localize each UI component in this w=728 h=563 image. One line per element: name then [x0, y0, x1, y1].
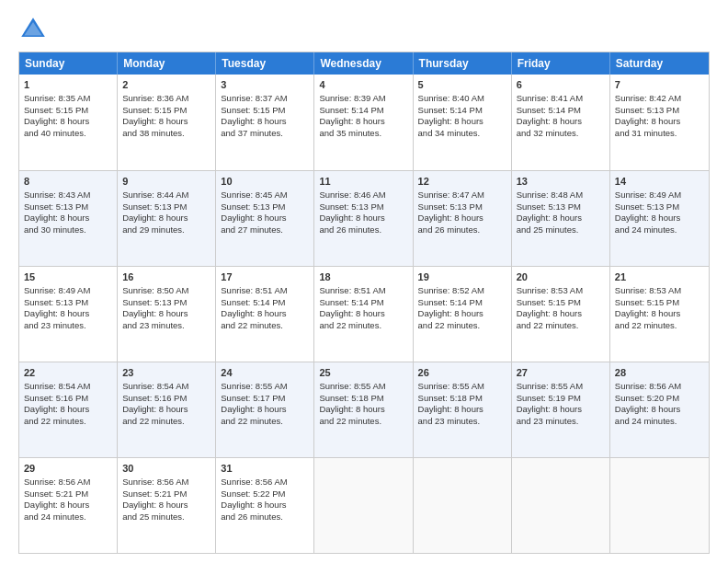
calendar-cell-6: 6Sunrise: 8:41 AMSunset: 5:14 PMDaylight… — [512, 75, 610, 170]
page: SundayMondayTuesdayWednesdayThursdayFrid… — [0, 0, 728, 563]
cell-line: and 24 minutes. — [24, 511, 112, 523]
cell-line: Daylight: 8 hours — [24, 116, 112, 128]
day-number: 16 — [122, 270, 210, 284]
cell-line: Sunset: 5:13 PM — [615, 201, 704, 213]
calendar-cell-30: 30Sunrise: 8:56 AMSunset: 5:21 PMDayligh… — [118, 458, 216, 553]
day-number: 10 — [221, 175, 309, 189]
day-number: 12 — [418, 175, 506, 189]
cell-line: Sunset: 5:14 PM — [221, 297, 309, 309]
calendar-cell-empty — [610, 458, 709, 553]
weekday-header-thursday: Thursday — [414, 52, 512, 75]
cell-line: Daylight: 8 hours — [418, 308, 506, 320]
calendar-cell-8: 8Sunrise: 8:43 AMSunset: 5:13 PMDaylight… — [19, 171, 118, 266]
cell-line: Sunset: 5:15 PM — [615, 297, 704, 309]
cell-line: Daylight: 8 hours — [24, 500, 112, 511]
day-number: 28 — [615, 366, 704, 380]
cell-line: Sunrise: 8:46 AM — [319, 190, 407, 201]
cell-line: Sunset: 5:22 PM — [221, 488, 309, 500]
calendar-cell-empty — [414, 458, 512, 553]
day-number: 13 — [517, 175, 605, 189]
cell-line: Daylight: 8 hours — [221, 404, 309, 416]
cell-line: Daylight: 8 hours — [517, 213, 605, 224]
cell-line: and 40 minutes. — [24, 128, 112, 140]
cell-line: Daylight: 8 hours — [615, 308, 704, 320]
cell-line: Daylight: 8 hours — [24, 404, 112, 416]
cell-line: Sunrise: 8:51 AM — [319, 285, 407, 297]
calendar-cell-9: 9Sunrise: 8:44 AMSunset: 5:13 PMDaylight… — [118, 171, 216, 266]
cell-line: Sunset: 5:18 PM — [418, 393, 506, 405]
weekday-header-wednesday: Wednesday — [314, 52, 413, 75]
cell-line: Daylight: 8 hours — [221, 116, 309, 128]
cell-line: Sunset: 5:15 PM — [517, 297, 605, 309]
cell-line: Sunrise: 8:55 AM — [319, 381, 407, 393]
calendar-cell-13: 13Sunrise: 8:48 AMSunset: 5:13 PMDayligh… — [512, 171, 610, 266]
weekday-header-friday: Friday — [512, 52, 610, 75]
calendar-cell-11: 11Sunrise: 8:46 AMSunset: 5:13 PMDayligh… — [314, 171, 413, 266]
cell-line: Daylight: 8 hours — [122, 404, 210, 416]
cell-line: and 22 minutes. — [221, 320, 309, 332]
cell-line: Sunrise: 8:41 AM — [517, 93, 605, 105]
cell-line: and 32 minutes. — [517, 128, 605, 140]
day-number: 18 — [319, 270, 407, 284]
calendar-header: SundayMondayTuesdayWednesdayThursdayFrid… — [19, 52, 709, 75]
calendar-cell-5: 5Sunrise: 8:40 AMSunset: 5:14 PMDaylight… — [414, 75, 512, 170]
day-number: 24 — [221, 366, 309, 380]
cell-line: and 23 minutes. — [418, 416, 506, 428]
cell-line: and 22 minutes. — [122, 416, 210, 428]
cell-line: and 26 minutes. — [221, 511, 309, 523]
cell-line: Sunrise: 8:45 AM — [221, 190, 309, 201]
cell-line: Sunrise: 8:52 AM — [418, 285, 506, 297]
calendar-cell-20: 20Sunrise: 8:53 AMSunset: 5:15 PMDayligh… — [512, 267, 610, 362]
cell-line: Sunrise: 8:56 AM — [221, 477, 309, 488]
cell-line: and 22 minutes. — [221, 416, 309, 428]
cell-line: Sunrise: 8:49 AM — [615, 190, 704, 201]
cell-line: Daylight: 8 hours — [122, 116, 210, 128]
calendar-cell-15: 15Sunrise: 8:49 AMSunset: 5:13 PMDayligh… — [19, 267, 118, 362]
cell-line: and 24 minutes. — [615, 224, 704, 236]
calendar-row: 1Sunrise: 8:35 AMSunset: 5:15 PMDaylight… — [19, 75, 709, 170]
cell-line: Daylight: 8 hours — [24, 308, 112, 320]
weekday-header-monday: Monday — [118, 52, 216, 75]
cell-line: Daylight: 8 hours — [615, 116, 704, 128]
cell-line: Sunrise: 8:53 AM — [517, 285, 605, 297]
cell-line: Sunset: 5:14 PM — [517, 105, 605, 117]
day-number: 9 — [122, 175, 210, 189]
cell-line: and 25 minutes. — [517, 224, 605, 236]
cell-line: Sunset: 5:19 PM — [517, 393, 605, 405]
cell-line: Daylight: 8 hours — [319, 213, 407, 224]
cell-line: Daylight: 8 hours — [517, 404, 605, 416]
calendar-cell-16: 16Sunrise: 8:50 AMSunset: 5:13 PMDayligh… — [118, 267, 216, 362]
calendar-cell-27: 27Sunrise: 8:55 AMSunset: 5:19 PMDayligh… — [512, 362, 610, 457]
logo-icon — [18, 15, 48, 44]
calendar-cell-4: 4Sunrise: 8:39 AMSunset: 5:14 PMDaylight… — [314, 75, 413, 170]
cell-line: Sunset: 5:14 PM — [418, 297, 506, 309]
calendar-cell-12: 12Sunrise: 8:47 AMSunset: 5:13 PMDayligh… — [414, 171, 512, 266]
day-number: 29 — [24, 462, 112, 476]
cell-line: Sunrise: 8:35 AM — [24, 93, 112, 105]
cell-line: Sunset: 5:13 PM — [221, 201, 309, 213]
cell-line: Sunrise: 8:47 AM — [418, 190, 506, 201]
cell-line: Sunrise: 8:48 AM — [517, 190, 605, 201]
day-number: 14 — [615, 175, 704, 189]
cell-line: Sunrise: 8:37 AM — [221, 93, 309, 105]
logo — [18, 15, 51, 44]
cell-line: Sunrise: 8:56 AM — [24, 477, 112, 488]
cell-line: Daylight: 8 hours — [122, 308, 210, 320]
cell-line: Sunrise: 8:55 AM — [221, 381, 309, 393]
cell-line: Sunset: 5:13 PM — [517, 201, 605, 213]
cell-line: and 22 minutes. — [517, 320, 605, 332]
cell-line: Sunset: 5:13 PM — [615, 105, 704, 117]
cell-line: and 38 minutes. — [122, 128, 210, 140]
header — [18, 15, 710, 44]
cell-line: Sunrise: 8:54 AM — [24, 381, 112, 393]
day-number: 21 — [615, 270, 704, 284]
cell-line: and 24 minutes. — [615, 416, 704, 428]
calendar-cell-29: 29Sunrise: 8:56 AMSunset: 5:21 PMDayligh… — [19, 458, 118, 553]
cell-line: Sunset: 5:13 PM — [122, 201, 210, 213]
cell-line: Daylight: 8 hours — [319, 308, 407, 320]
calendar-cell-26: 26Sunrise: 8:55 AMSunset: 5:18 PMDayligh… — [414, 362, 512, 457]
cell-line: Sunrise: 8:54 AM — [122, 381, 210, 393]
cell-line: Sunrise: 8:56 AM — [615, 381, 704, 393]
cell-line: Daylight: 8 hours — [615, 404, 704, 416]
cell-line: Daylight: 8 hours — [517, 308, 605, 320]
